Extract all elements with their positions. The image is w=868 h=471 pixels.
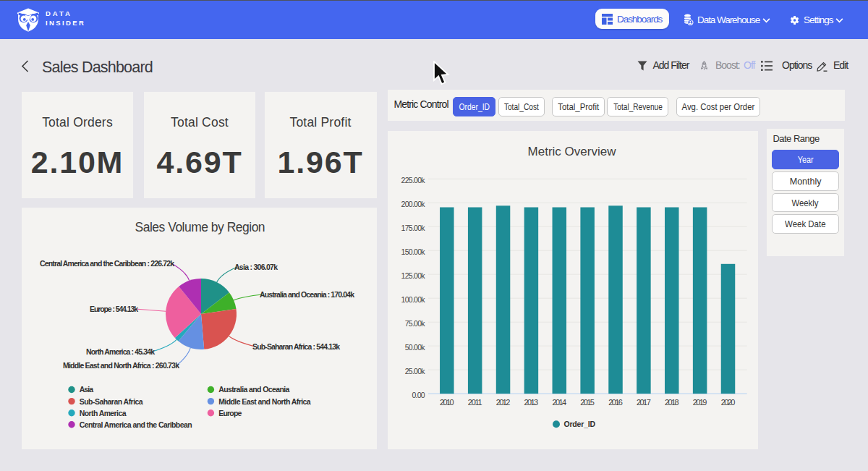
svg-text:2014: 2014 (552, 397, 566, 406)
svg-text:200.00k: 200.00k (401, 200, 426, 208)
svg-text:Central America and the Caribb: Central America and the Caribbean : 226.… (40, 259, 174, 268)
svg-text:50.00k: 50.00k (405, 343, 426, 352)
svg-text:Australia and Oceania: Australia and Oceania (218, 385, 289, 394)
svg-text:2015: 2015 (580, 397, 595, 406)
svg-text:Middle East and North Africa: Middle East and North Africa (218, 397, 311, 406)
svg-text:2011: 2011 (468, 397, 482, 406)
svg-text:100.00k: 100.00k (401, 295, 426, 304)
svg-text:North America : 45.34k: North America : 45.34k (86, 347, 155, 356)
svg-text:2017: 2017 (637, 397, 651, 406)
svg-text:Asia : 306.07k: Asia : 306.07k (234, 263, 278, 271)
svg-text:25.00k: 25.00k (405, 367, 426, 375)
svg-text:225.00k: 225.00k (401, 176, 426, 184)
svg-text:Australia and Oceania : 170.04: Australia and Oceania : 170.04k (260, 290, 354, 299)
svg-text:150.00k: 150.00k (401, 247, 426, 256)
svg-text:Central America and the Caribb: Central America and the Caribbean (80, 420, 192, 429)
svg-text:Sub-Saharan Africa: Sub-Saharan Africa (80, 397, 143, 406)
svg-text:Order_ID: Order_ID (564, 420, 596, 428)
svg-text:2018: 2018 (665, 397, 679, 406)
svg-text:175.00k: 175.00k (401, 224, 426, 232)
svg-text:Sub-Saharan Africa : 544.13k: Sub-Saharan Africa : 544.13k (252, 342, 340, 351)
svg-text:Middle East and North Africa :: Middle East and North Africa : 260.73k (63, 361, 179, 370)
svg-text:2012: 2012 (496, 397, 511, 406)
svg-text:2020: 2020 (721, 397, 736, 406)
svg-text:North America: North America (80, 409, 127, 417)
svg-text:125.00k: 125.00k (401, 271, 426, 280)
svg-text:Europe: Europe (218, 409, 242, 417)
svg-text:Metric Overview: Metric Overview (528, 145, 617, 158)
svg-text:Europe : 544.13k: Europe : 544.13k (90, 305, 138, 313)
svg-text:75.00k: 75.00k (405, 319, 426, 328)
svg-text:2013: 2013 (524, 397, 539, 406)
svg-text:0.00: 0.00 (412, 391, 425, 399)
svg-text:2010: 2010 (440, 397, 454, 406)
svg-text:Sales Volume by Region: Sales Volume by Region (135, 220, 265, 234)
svg-text:Asia: Asia (80, 385, 94, 394)
svg-text:2016: 2016 (608, 397, 623, 406)
svg-text:2019: 2019 (693, 397, 707, 406)
